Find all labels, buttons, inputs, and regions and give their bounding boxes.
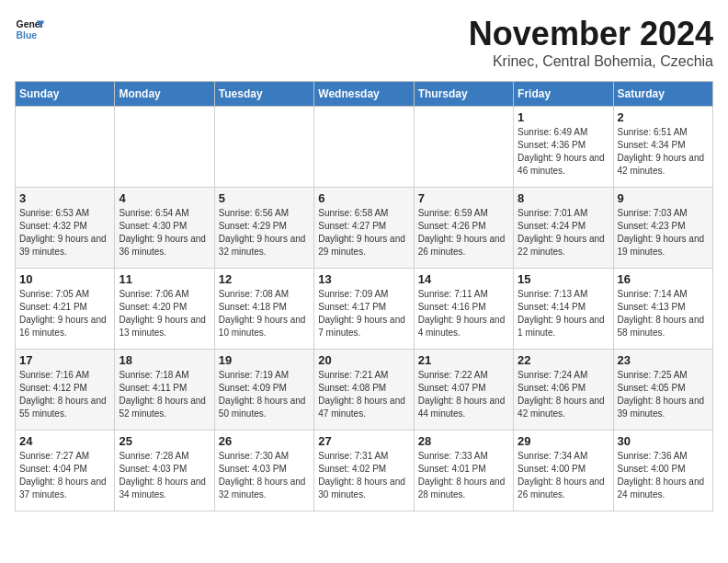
calendar-cell: 8Sunrise: 7:01 AM Sunset: 4:24 PM Daylig… bbox=[514, 188, 613, 269]
weekday-header-tuesday: Tuesday bbox=[214, 82, 313, 107]
calendar-cell: 10Sunrise: 7:05 AM Sunset: 4:21 PM Dayli… bbox=[16, 269, 115, 350]
day-number: 8 bbox=[518, 191, 609, 205]
cell-content: Sunrise: 7:11 AM Sunset: 4:16 PM Dayligh… bbox=[418, 288, 509, 339]
calendar-cell: 27Sunrise: 7:31 AM Sunset: 4:02 PM Dayli… bbox=[314, 431, 414, 511]
calendar-cell: 28Sunrise: 7:33 AM Sunset: 4:01 PM Dayli… bbox=[414, 431, 513, 511]
cell-content: Sunrise: 7:09 AM Sunset: 4:17 PM Dayligh… bbox=[318, 288, 409, 339]
day-number: 13 bbox=[318, 272, 409, 286]
calendar-cell: 25Sunrise: 7:28 AM Sunset: 4:03 PM Dayli… bbox=[115, 431, 214, 511]
cell-content: Sunrise: 7:03 AM Sunset: 4:23 PM Dayligh… bbox=[618, 207, 709, 259]
calendar-cell: 13Sunrise: 7:09 AM Sunset: 4:17 PM Dayli… bbox=[314, 269, 414, 350]
calendar-cell: 17Sunrise: 7:16 AM Sunset: 4:12 PM Dayli… bbox=[16, 350, 115, 431]
cell-content: Sunrise: 7:06 AM Sunset: 4:20 PM Dayligh… bbox=[119, 288, 210, 339]
day-number: 21 bbox=[418, 353, 509, 367]
cell-content: Sunrise: 7:27 AM Sunset: 4:04 PM Dayligh… bbox=[19, 450, 110, 501]
calendar-table: SundayMondayTuesdayWednesdayThursdayFrid… bbox=[15, 81, 713, 511]
cell-content: Sunrise: 7:34 AM Sunset: 4:00 PM Dayligh… bbox=[518, 450, 609, 501]
day-number: 19 bbox=[219, 353, 310, 367]
day-number: 5 bbox=[219, 191, 310, 205]
day-number: 6 bbox=[318, 191, 409, 205]
calendar-cell: 7Sunrise: 6:59 AM Sunset: 4:26 PM Daylig… bbox=[414, 188, 513, 269]
day-number: 28 bbox=[418, 434, 509, 448]
weekday-header-row: SundayMondayTuesdayWednesdayThursdayFrid… bbox=[16, 82, 713, 107]
cell-content: Sunrise: 7:28 AM Sunset: 4:03 PM Dayligh… bbox=[119, 450, 210, 501]
calendar-cell: 11Sunrise: 7:06 AM Sunset: 4:20 PM Dayli… bbox=[115, 269, 214, 350]
day-number: 3 bbox=[19, 191, 110, 205]
cell-content: Sunrise: 7:14 AM Sunset: 4:13 PM Dayligh… bbox=[618, 288, 709, 339]
month-title: November 2024 bbox=[469, 15, 713, 53]
location-subtitle: Krinec, Central Bohemia, Czechia bbox=[469, 53, 713, 70]
calendar-cell bbox=[414, 107, 513, 188]
day-number: 27 bbox=[318, 434, 409, 448]
calendar-cell: 29Sunrise: 7:34 AM Sunset: 4:00 PM Dayli… bbox=[514, 431, 613, 511]
weekday-header-monday: Monday bbox=[115, 82, 214, 107]
cell-content: Sunrise: 7:19 AM Sunset: 4:09 PM Dayligh… bbox=[219, 369, 310, 420]
calendar-cell: 12Sunrise: 7:08 AM Sunset: 4:18 PM Dayli… bbox=[214, 269, 313, 350]
day-number: 25 bbox=[119, 434, 210, 448]
day-number: 20 bbox=[318, 353, 409, 367]
calendar-cell: 16Sunrise: 7:14 AM Sunset: 4:13 PM Dayli… bbox=[613, 269, 712, 350]
cell-content: Sunrise: 7:16 AM Sunset: 4:12 PM Dayligh… bbox=[19, 369, 110, 420]
day-number: 14 bbox=[418, 272, 509, 286]
cell-content: Sunrise: 7:22 AM Sunset: 4:07 PM Dayligh… bbox=[418, 369, 509, 420]
day-number: 22 bbox=[518, 353, 609, 367]
calendar-cell: 4Sunrise: 6:54 AM Sunset: 4:30 PM Daylig… bbox=[115, 188, 214, 269]
day-number: 29 bbox=[518, 434, 609, 448]
weekday-header-thursday: Thursday bbox=[414, 82, 513, 107]
cell-content: Sunrise: 7:25 AM Sunset: 4:05 PM Dayligh… bbox=[618, 369, 709, 420]
day-number: 26 bbox=[219, 434, 310, 448]
day-number: 4 bbox=[119, 191, 210, 205]
calendar-cell: 30Sunrise: 7:36 AM Sunset: 4:00 PM Dayli… bbox=[613, 431, 712, 511]
calendar-cell: 9Sunrise: 7:03 AM Sunset: 4:23 PM Daylig… bbox=[613, 188, 712, 269]
svg-text:Blue: Blue bbox=[17, 30, 38, 40]
cell-content: Sunrise: 7:05 AM Sunset: 4:21 PM Dayligh… bbox=[19, 288, 110, 339]
day-number: 18 bbox=[119, 353, 210, 367]
calendar-cell: 18Sunrise: 7:18 AM Sunset: 4:11 PM Dayli… bbox=[115, 350, 214, 431]
weekday-header-friday: Friday bbox=[514, 82, 613, 107]
day-number: 1 bbox=[518, 110, 609, 124]
calendar-cell: 15Sunrise: 7:13 AM Sunset: 4:14 PM Dayli… bbox=[514, 269, 613, 350]
page-header: General Blue November 2024 Krinec, Centr… bbox=[15, 15, 713, 70]
weekday-header-saturday: Saturday bbox=[613, 82, 712, 107]
calendar-cell bbox=[115, 107, 214, 188]
day-number: 17 bbox=[19, 353, 110, 367]
cell-content: Sunrise: 6:49 AM Sunset: 4:36 PM Dayligh… bbox=[518, 126, 609, 178]
calendar-cell: 6Sunrise: 6:58 AM Sunset: 4:27 PM Daylig… bbox=[314, 188, 414, 269]
day-number: 24 bbox=[19, 434, 110, 448]
cell-content: Sunrise: 6:51 AM Sunset: 4:34 PM Dayligh… bbox=[618, 126, 709, 178]
cell-content: Sunrise: 7:31 AM Sunset: 4:02 PM Dayligh… bbox=[318, 450, 409, 501]
week-row-1: 1Sunrise: 6:49 AM Sunset: 4:36 PM Daylig… bbox=[16, 107, 713, 188]
day-number: 23 bbox=[618, 353, 709, 367]
calendar-cell: 5Sunrise: 6:56 AM Sunset: 4:29 PM Daylig… bbox=[214, 188, 313, 269]
calendar-cell bbox=[214, 107, 313, 188]
weekday-header-wednesday: Wednesday bbox=[314, 82, 414, 107]
calendar-cell: 23Sunrise: 7:25 AM Sunset: 4:05 PM Dayli… bbox=[613, 350, 712, 431]
day-number: 11 bbox=[119, 272, 210, 286]
cell-content: Sunrise: 6:56 AM Sunset: 4:29 PM Dayligh… bbox=[219, 207, 310, 259]
weekday-header-sunday: Sunday bbox=[16, 82, 115, 107]
cell-content: Sunrise: 6:58 AM Sunset: 4:27 PM Dayligh… bbox=[318, 207, 409, 259]
cell-content: Sunrise: 7:30 AM Sunset: 4:03 PM Dayligh… bbox=[219, 450, 310, 501]
day-number: 12 bbox=[219, 272, 310, 286]
calendar-cell: 2Sunrise: 6:51 AM Sunset: 4:34 PM Daylig… bbox=[613, 107, 712, 188]
calendar-cell: 3Sunrise: 6:53 AM Sunset: 4:32 PM Daylig… bbox=[16, 188, 115, 269]
calendar-cell: 24Sunrise: 7:27 AM Sunset: 4:04 PM Dayli… bbox=[16, 431, 115, 511]
logo: General Blue bbox=[15, 15, 44, 44]
day-number: 2 bbox=[618, 110, 709, 124]
title-block: November 2024 Krinec, Central Bohemia, C… bbox=[469, 15, 713, 70]
cell-content: Sunrise: 7:21 AM Sunset: 4:08 PM Dayligh… bbox=[318, 369, 409, 420]
calendar-cell bbox=[314, 107, 414, 188]
cell-content: Sunrise: 7:08 AM Sunset: 4:18 PM Dayligh… bbox=[219, 288, 310, 339]
cell-content: Sunrise: 7:13 AM Sunset: 4:14 PM Dayligh… bbox=[518, 288, 609, 339]
calendar-cell: 14Sunrise: 7:11 AM Sunset: 4:16 PM Dayli… bbox=[414, 269, 513, 350]
cell-content: Sunrise: 7:36 AM Sunset: 4:00 PM Dayligh… bbox=[618, 450, 709, 501]
week-row-3: 10Sunrise: 7:05 AM Sunset: 4:21 PM Dayli… bbox=[16, 269, 713, 350]
cell-content: Sunrise: 7:01 AM Sunset: 4:24 PM Dayligh… bbox=[518, 207, 609, 259]
week-row-5: 24Sunrise: 7:27 AM Sunset: 4:04 PM Dayli… bbox=[16, 431, 713, 511]
calendar-cell: 1Sunrise: 6:49 AM Sunset: 4:36 PM Daylig… bbox=[514, 107, 613, 188]
cell-content: Sunrise: 6:54 AM Sunset: 4:30 PM Dayligh… bbox=[119, 207, 210, 259]
week-row-2: 3Sunrise: 6:53 AM Sunset: 4:32 PM Daylig… bbox=[16, 188, 713, 269]
day-number: 7 bbox=[418, 191, 509, 205]
cell-content: Sunrise: 7:18 AM Sunset: 4:11 PM Dayligh… bbox=[119, 369, 210, 420]
calendar-cell: 26Sunrise: 7:30 AM Sunset: 4:03 PM Dayli… bbox=[214, 431, 313, 511]
